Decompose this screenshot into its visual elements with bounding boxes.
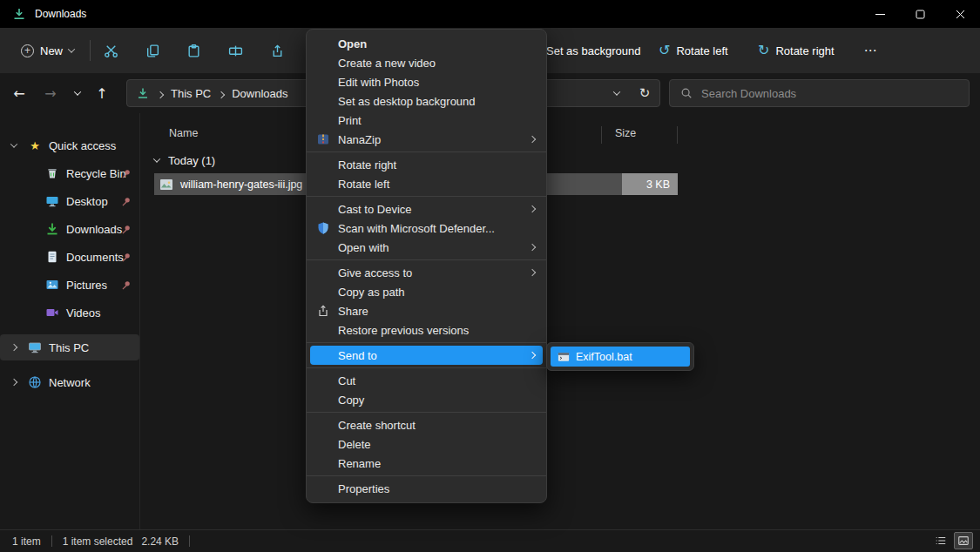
- rename-button[interactable]: [220, 37, 251, 64]
- menu-item-cast-to-device[interactable]: Cast to Device: [307, 199, 546, 219]
- breadcrumb-downloads[interactable]: Downloads: [232, 87, 287, 100]
- share-button[interactable]: [261, 37, 293, 64]
- paste-icon: [186, 44, 201, 58]
- menu-item-label: Send to: [338, 349, 377, 362]
- up-button[interactable]: ↑: [89, 80, 115, 106]
- menu-item-cut[interactable]: Cut: [307, 371, 546, 390]
- menu-item-rotate-left[interactable]: Rotate left: [307, 174, 546, 193]
- menu-item-copy[interactable]: Copy: [307, 390, 546, 409]
- menu-item-create-a-new-video[interactable]: Create a new video: [307, 53, 546, 72]
- details-view-icon: [935, 535, 947, 547]
- scissors-icon: [104, 44, 118, 58]
- rotate-right-button[interactable]: ↻ Rotate right: [751, 37, 841, 64]
- menu-item-share[interactable]: Share: [307, 301, 546, 320]
- cut-button[interactable]: [95, 37, 126, 64]
- column-divider[interactable]: [677, 126, 678, 144]
- menu-item-rename[interactable]: Rename: [307, 454, 546, 473]
- selection-size: 2.24 KB: [141, 535, 179, 548]
- sidebar-item-recycle-bin[interactable]: Recycle Bin: [0, 160, 139, 186]
- breadcrumb-this-pc[interactable]: This PC: [171, 87, 211, 100]
- back-button[interactable]: ←: [6, 80, 32, 106]
- refresh-button[interactable]: ↻: [630, 80, 659, 106]
- menu-item-scan-with-defender[interactable]: Scan with Microsoft Defender...: [307, 219, 546, 238]
- window-title: Downloads: [35, 8, 86, 20]
- copy-button[interactable]: [137, 37, 168, 64]
- pictures-icon: [45, 278, 59, 292]
- sidebar-gap: [0, 362, 139, 369]
- rotate-right-label: Rotate right: [775, 44, 834, 57]
- forward-button[interactable]: →: [37, 80, 64, 106]
- menu-item-give-access-to[interactable]: Give access to: [307, 263, 546, 282]
- details-view-button[interactable]: [931, 532, 950, 549]
- submenu-arrow-icon: [529, 244, 536, 251]
- selection-count: 1 item selected: [63, 535, 133, 548]
- file-name: william-henry-gates-iii.jpg: [180, 178, 302, 191]
- menu-item-print[interactable]: Print: [307, 111, 546, 130]
- group-header-today[interactable]: Today (1): [154, 151, 215, 170]
- paste-button[interactable]: [178, 37, 209, 64]
- sidebar-item-desktop[interactable]: Desktop: [0, 188, 139, 214]
- plus-icon: +: [21, 44, 34, 57]
- column-divider[interactable]: [601, 126, 602, 144]
- pin-icon: [120, 168, 132, 179]
- downloads-folder-icon: [136, 86, 150, 100]
- minimize-button[interactable]: [860, 0, 900, 28]
- thumbnail-view-button[interactable]: [954, 532, 973, 549]
- network-globe-icon: [28, 375, 42, 389]
- sidebar-item-network[interactable]: Network: [0, 369, 139, 395]
- sidebar-item-videos[interactable]: Videos: [0, 300, 139, 326]
- menu-item-label: Share: [338, 305, 368, 318]
- submenu-item-label: ExifTool.bat: [576, 351, 632, 363]
- menu-item-nanazip[interactable]: NanaZip: [307, 130, 546, 149]
- menu-item-send-to[interactable]: Send to: [310, 346, 543, 365]
- search-input[interactable]: [701, 87, 969, 100]
- search-box[interactable]: [669, 79, 970, 107]
- item-count: 1 item: [12, 535, 41, 548]
- menu-item-delete[interactable]: Delete: [307, 434, 546, 454]
- submenu-arrow-icon: [529, 352, 536, 359]
- status-divider: [189, 535, 190, 547]
- sidebar-item-this-pc[interactable]: This PC: [0, 334, 139, 360]
- menu-item-set-as-desktop-background[interactable]: Set as desktop background: [307, 91, 546, 111]
- menu-separator: [307, 196, 546, 197]
- menu-item-copy-as-path[interactable]: Copy as path: [307, 282, 546, 301]
- history-dropdown-button[interactable]: [64, 80, 91, 106]
- menu-item-properties[interactable]: Properties: [307, 479, 546, 498]
- submenu-arrow-icon: [529, 136, 536, 143]
- menu-item-create-shortcut[interactable]: Create shortcut: [307, 415, 546, 434]
- menu-separator: [307, 475, 546, 476]
- rotate-left-button[interactable]: ↺ Rotate left: [652, 37, 735, 64]
- exiftool-bat-icon: [558, 351, 570, 363]
- submenu-arrow-icon: [529, 269, 536, 276]
- file-explorer-window: Downloads + New: [0, 0, 980, 552]
- sidebar-item-quick-access[interactable]: ★ Quick access: [0, 132, 139, 158]
- column-header-name[interactable]: Name: [169, 127, 198, 139]
- sidebar-item-label: Recycle Bin: [0, 167, 126, 180]
- chevron-down-icon[interactable]: [153, 155, 160, 162]
- sidebar-item-pictures[interactable]: Pictures: [0, 272, 139, 298]
- submenu-item-exiftool[interactable]: ExifTool.bat: [551, 347, 690, 367]
- new-button-label: New: [40, 44, 63, 57]
- maximize-button[interactable]: [900, 0, 940, 28]
- see-more-button[interactable]: ⋯: [858, 37, 882, 64]
- address-dropdown-button[interactable]: [604, 80, 630, 106]
- close-button[interactable]: [940, 0, 980, 28]
- send-to-submenu: ExifTool.bat: [546, 342, 694, 371]
- file-list: Name Size Today (1) william-henry-gates-…: [140, 113, 980, 529]
- menu-item-restore-previous-versions[interactable]: Restore previous versions: [307, 320, 546, 340]
- toolbar-divider: [90, 40, 91, 61]
- sidebar-item-downloads[interactable]: Downloads: [0, 216, 139, 242]
- context-menu: Open Create a new video Edit with Photos…: [306, 29, 547, 503]
- sidebar-item-label: Downloads: [0, 223, 122, 236]
- new-button[interactable]: + New: [12, 37, 83, 64]
- navigation-pane: ★ Quick access Recycle Bin Desktop: [0, 113, 139, 529]
- sidebar-item-documents[interactable]: Documents: [0, 244, 139, 270]
- share-icon: [270, 44, 285, 58]
- pin-icon: [120, 279, 132, 291]
- menu-item-edit-with-photos[interactable]: Edit with Photos: [307, 72, 546, 91]
- column-header-size[interactable]: Size: [615, 127, 636, 139]
- menu-item-open[interactable]: Open: [307, 34, 546, 53]
- menu-item-rotate-right[interactable]: Rotate right: [307, 155, 546, 174]
- rotate-left-icon: ↺: [659, 44, 670, 57]
- menu-item-open-with[interactable]: Open with: [307, 238, 546, 257]
